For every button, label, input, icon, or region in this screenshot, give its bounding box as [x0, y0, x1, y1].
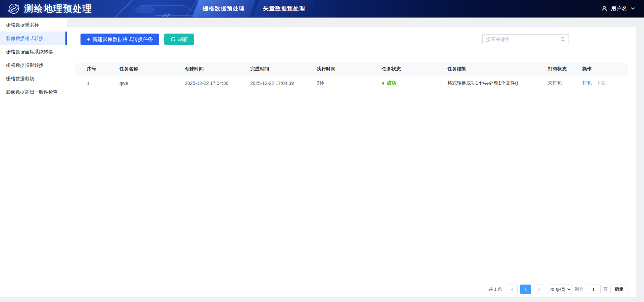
cell-status: 成功 — [378, 76, 443, 91]
tab-raster-preprocess[interactable]: 栅格数据预处理 — [193, 0, 255, 17]
app-title: 测绘地理预处理 — [24, 3, 92, 15]
search-button[interactable] — [557, 34, 569, 44]
brand: 测绘地理预处理 — [0, 2, 92, 15]
chevron-left-icon — [511, 287, 514, 292]
col-actions: 操作 — [578, 63, 628, 76]
cell-duration: 3秒 — [313, 76, 378, 91]
page-size-select[interactable]: 20 条/页 — [547, 285, 572, 294]
sidebar-item-raster-resample[interactable]: 栅格数据重采样 — [0, 18, 67, 32]
col-result: 任务结果 — [443, 63, 544, 76]
pagination-total: 共 1 条 — [489, 286, 502, 292]
user-menu[interactable]: 用户名 — [601, 0, 635, 17]
col-created-at: 创建时间 — [181, 63, 246, 76]
sidebar-item-raster-clip[interactable]: 栅格数据裁切 — [0, 72, 67, 85]
cell-finished-at: 2025-12-22 17:04:39 — [246, 76, 313, 91]
sidebar-item-image-format-convert[interactable]: 影像数据格式转换 — [0, 32, 67, 45]
col-task-name: 任务名称 — [115, 63, 181, 76]
main-area: + 新建影像数据格式转换任务 刷新 — [67, 18, 644, 297]
content-card: + 新建影像数据格式转换任务 刷新 — [67, 27, 636, 297]
sidebar-item-raster-coordsys-convert[interactable]: 栅格数据坐标系统转换 — [0, 45, 67, 58]
search-icon — [560, 37, 566, 42]
col-duration: 执行时间 — [313, 63, 378, 76]
col-index: 序号 — [75, 63, 115, 76]
sidebar-item-image-logic-check[interactable]: 影像数据逻辑一致性检查 — [0, 85, 67, 99]
refresh-icon — [170, 37, 176, 42]
table-header-row: 序号 任务名称 创建时间 完成时间 执行时间 任务状态 任务结果 打包状态 操作 — [75, 63, 628, 76]
search-input[interactable] — [482, 34, 557, 44]
user-icon — [601, 5, 608, 12]
new-task-label: 新建影像数据格式转换任务 — [93, 36, 153, 43]
plus-icon: + — [87, 36, 90, 42]
goto-page-input[interactable] — [586, 285, 601, 294]
chevron-right-icon — [538, 287, 541, 292]
top-nav-tabs: 栅格数据预处理 矢量数据预处理 — [196, 0, 312, 17]
table-row: 1 qwe 2025-12-22 17:04:36 2025-12-22 17:… — [75, 76, 628, 91]
cell-result: 格式转换成功1个/共处理1个文件() — [443, 76, 544, 91]
cell-created-at: 2025-12-22 17:04:36 — [181, 76, 246, 91]
app-logo-icon — [7, 2, 20, 15]
goto-suffix: 页 — [603, 286, 608, 292]
user-name: 用户名 — [611, 5, 627, 12]
download-link[interactable]: 下载 — [596, 80, 606, 86]
chevron-down-icon — [631, 7, 635, 10]
page-number-button[interactable]: 1 — [520, 285, 531, 294]
cell-actions: 打包下载 — [578, 76, 628, 91]
goto-prefix: 到第 — [575, 286, 583, 292]
prev-page-button[interactable] — [507, 285, 518, 294]
cell-index: 1 — [75, 76, 115, 91]
col-finished-at: 完成时间 — [246, 63, 313, 76]
app-header: 测绘地理预处理 栅格数据预处理 矢量数据预处理 用户名 — [0, 0, 644, 18]
package-link[interactable]: 打包 — [582, 80, 592, 86]
task-table: 序号 任务名称 创建时间 完成时间 执行时间 任务状态 任务结果 打包状态 操作 — [75, 63, 628, 91]
next-page-button[interactable] — [534, 285, 544, 294]
new-task-button[interactable]: + 新建影像数据格式转换任务 — [80, 34, 159, 45]
pagination: 共 1 条 1 20 条/页 到第 页 确定 — [489, 285, 628, 294]
toolbar: + 新建影像数据格式转换任务 刷新 — [67, 27, 636, 52]
cell-package-status: 未打包 — [544, 76, 578, 91]
sidebar-item-raster-projection-convert[interactable]: 栅格数据投影转换 — [0, 58, 67, 72]
refresh-button[interactable]: 刷新 — [164, 34, 194, 45]
tab-vector-preprocess[interactable]: 矢量数据预处理 — [253, 0, 316, 17]
status-dot-icon — [382, 82, 384, 85]
goto-confirm-button[interactable]: 确定 — [610, 285, 628, 294]
refresh-label: 刷新 — [178, 36, 188, 43]
col-status: 任务状态 — [378, 63, 443, 76]
col-package-status: 打包状态 — [544, 63, 578, 76]
search-box — [482, 34, 569, 44]
sidebar: 栅格数据重采样 影像数据格式转换 栅格数据坐标系统转换 栅格数据投影转换 栅格数… — [0, 18, 67, 297]
status-text: 成功 — [387, 80, 396, 86]
cell-task-name: qwe — [115, 76, 181, 91]
